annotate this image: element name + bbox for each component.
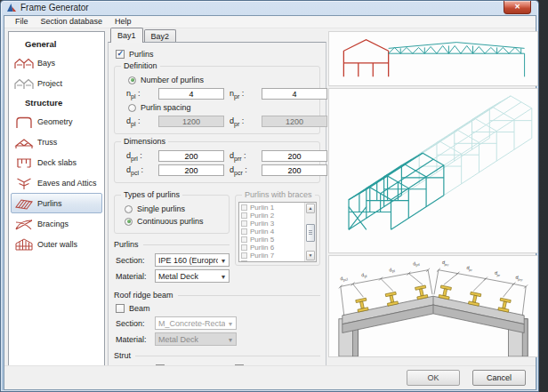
ridge-material-select: Metal Deck — [155, 332, 237, 346]
sidebar-item-bays[interactable]: Bays — [11, 52, 102, 73]
braces-listbox[interactable]: Purlin 1 Purlin 2 Purlin 3 Purlin 4 Purl… — [238, 202, 317, 262]
braces-group-title: Purlins with braces — [242, 190, 315, 199]
purlins-checkbox[interactable] — [116, 50, 125, 59]
tab-bay2[interactable]: Bay2 — [144, 29, 177, 43]
close-button[interactable]: ✕ — [504, 1, 531, 14]
dprl-label: dprl : — [126, 151, 153, 162]
svg-text:dpcr: dpcr — [515, 275, 524, 283]
purlin1-checkbox — [241, 204, 247, 211]
dpcl-label: dpcl : — [126, 165, 153, 176]
purlins-icon — [14, 196, 34, 211]
scrollbar-thumb[interactable] — [306, 224, 315, 242]
purlin8-checkbox — [241, 260, 247, 262]
sidebar-item-truss[interactable]: Truss — [11, 132, 102, 152]
purlin7-checkbox — [241, 252, 247, 259]
purlins-section-header: Purlins — [114, 240, 230, 249]
sidebar-item-purlins[interactable]: Purlins — [11, 193, 102, 213]
ridge-material-label: Material: — [116, 335, 151, 344]
dpcr-input[interactable] — [262, 164, 327, 176]
list-item: Purlin 3 — [240, 220, 303, 228]
npr-input[interactable] — [262, 88, 327, 100]
tab-bay1[interactable]: Bay1 — [110, 28, 143, 43]
number-of-purlins-radio[interactable] — [128, 76, 136, 84]
sidebar-item-deck-slabs[interactable]: Deck slabs — [11, 152, 102, 172]
scroll-down-icon[interactable] — [306, 251, 315, 260]
continuous-purlins-radio[interactable] — [125, 218, 133, 226]
sidebar-item-label[interactable]: Outer walls — [37, 240, 77, 249]
project-icon — [14, 76, 34, 91]
continuous-purlins-label[interactable]: Continuous purlins — [137, 217, 204, 226]
list-item: Purlin 5 — [240, 236, 303, 244]
sidebar-item-label[interactable]: Purlins — [37, 199, 62, 208]
frame-generator-window: Frame Generator ✕ File Section database … — [0, 0, 539, 392]
dprl-input[interactable] — [158, 150, 224, 162]
beam-checkbox[interactable] — [116, 304, 125, 313]
geometry-icon — [14, 115, 34, 129]
purlins-material-select[interactable]: Metal Deck — [155, 269, 230, 283]
sidebar-item-label[interactable]: Project — [37, 79, 62, 88]
menu-section-database[interactable]: Section database — [35, 16, 109, 28]
chevron-down-icon[interactable] — [218, 256, 229, 265]
sidebar-item-label[interactable]: Bracings — [37, 220, 68, 228]
sidebar-header-general: General — [9, 35, 104, 52]
chevron-down-icon[interactable] — [218, 272, 229, 281]
bays-icon — [14, 56, 34, 70]
cancel-button[interactable]: Cancel — [472, 370, 526, 386]
purlins-with-braces-group: Purlins with braces Purlin 1 Purlin 2 Pu… — [235, 195, 320, 266]
elevation-preview — [328, 31, 538, 86]
dprr-input[interactable] — [262, 150, 327, 162]
types-of-purlins-group: Types of purlins Single purlins Continuo… — [114, 195, 230, 234]
svg-text:dpr: dpr — [494, 270, 501, 278]
app-logo-icon — [7, 3, 17, 12]
sidebar-item-project[interactable]: Project — [11, 73, 102, 93]
sidebar-item-label[interactable]: Eaves and Attics — [37, 179, 97, 188]
purlin-spacing-radio[interactable] — [128, 104, 136, 112]
deck-slabs-icon — [14, 156, 34, 170]
sidebar: General Bays Project Structure Geometry … — [8, 31, 105, 366]
titlebar[interactable]: Frame Generator ✕ — [1, 1, 538, 15]
strut-header: Strut — [114, 351, 320, 360]
sidebar-item-label[interactable]: Truss — [37, 138, 57, 147]
definition-group: Definition Number of purlins npl : npr :… — [114, 66, 320, 134]
sidebar-item-label[interactable]: Deck slabs — [37, 158, 77, 167]
roof-ridge-beam-header: Roof ridge beam — [114, 291, 320, 300]
sidebar-item-label[interactable]: Bays — [37, 59, 55, 68]
purlin3-checkbox — [241, 220, 247, 227]
purlins-checkbox-label[interactable]: Purlins — [129, 50, 154, 59]
tab-strip: Bay1 Bay2 — [108, 28, 326, 43]
purlins-material-label: Material: — [116, 272, 151, 281]
ok-button[interactable]: OK — [407, 370, 460, 386]
menu-help[interactable]: Help — [109, 16, 138, 28]
single-purlins-radio[interactable] — [125, 205, 133, 213]
dpr-label: dpr : — [230, 116, 256, 127]
sidebar-item-outer-walls[interactable]: Outer walls — [11, 234, 102, 254]
single-purlins-label[interactable]: Single purlins — [137, 204, 185, 213]
listbox-scrollbar[interactable] — [304, 203, 316, 261]
npl-input[interactable] — [158, 88, 224, 100]
purlin-spacing-label[interactable]: Purlin spacing — [141, 103, 191, 112]
dimensions-group: Dimensions dprl : dprr : dpcl : dpcr : — [114, 141, 320, 183]
structure-3d-preview — [328, 88, 538, 253]
sidebar-item-label[interactable]: Geometry — [37, 117, 73, 126]
truss-icon — [14, 135, 34, 149]
beam-checkbox-label[interactable]: Beam — [129, 304, 150, 313]
definition-group-title: Definition — [121, 61, 160, 70]
dpcl-input[interactable] — [158, 164, 224, 176]
chevron-down-icon — [225, 335, 236, 344]
dialog-body: File Section database Help General Bays … — [4, 15, 536, 390]
sidebar-item-bracings[interactable]: Bracings — [11, 213, 102, 234]
eaves-attics-icon — [14, 176, 34, 190]
window-title: Frame Generator — [20, 3, 89, 12]
menu-file[interactable]: File — [9, 16, 35, 28]
sidebar-item-eaves-attics[interactable]: Eaves and Attics — [11, 172, 102, 193]
ridge-section-label: Section: — [116, 319, 151, 328]
purlins-section-select[interactable]: IPE 160 (Europro) — [155, 253, 230, 267]
sidebar-item-geometry[interactable]: Geometry — [11, 111, 102, 132]
purlin5-checkbox — [241, 236, 247, 243]
number-of-purlins-label[interactable]: Number of purlins — [141, 76, 204, 84]
types-group-title: Types of purlins — [121, 190, 182, 199]
ridge-section-select: M_Concrete-Rectangula — [155, 316, 237, 330]
scroll-up-icon[interactable] — [306, 204, 315, 213]
dimensions-group-title: Dimensions — [121, 137, 168, 146]
sidebar-header-structure: Structure — [9, 93, 104, 111]
